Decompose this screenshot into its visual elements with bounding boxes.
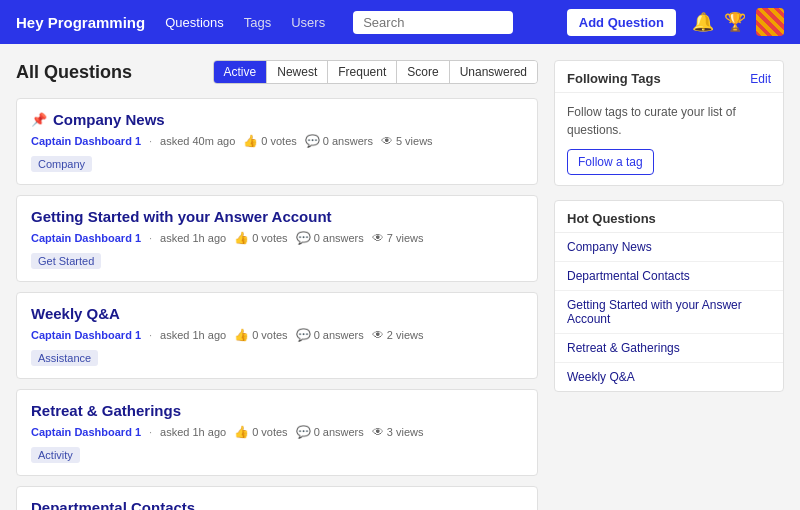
question-item: Retreat & Gatherings Captain Dashboard 1… <box>16 389 538 476</box>
nav-users[interactable]: Users <box>287 13 329 32</box>
sidebar: Following Tags Edit Follow tags to curat… <box>554 60 784 510</box>
eye-icon: 👁 <box>381 134 393 148</box>
question-title[interactable]: Getting Started with your Answer Account <box>31 208 523 225</box>
following-tags-card: Following Tags Edit Follow tags to curat… <box>554 60 784 186</box>
comment-icon: 💬 <box>296 328 311 342</box>
question-title[interactable]: 📌 Company News <box>31 111 523 128</box>
user-avatar[interactable] <box>756 8 784 36</box>
comment-icon: 💬 <box>305 134 320 148</box>
meta-views: 👁 7 views <box>372 231 424 245</box>
meta-answers: 💬 0 answers <box>296 425 364 439</box>
hot-question-item[interactable]: Company News <box>555 233 783 262</box>
following-tags-title: Following Tags <box>567 71 661 86</box>
hot-questions-card: Hot Questions Company NewsDepartmental C… <box>554 200 784 392</box>
meta-answers: 💬 0 answers <box>296 231 364 245</box>
filter-tabs: Active Newest Frequent Score Unanswered <box>213 60 538 84</box>
question-item: 📌 Company News Captain Dashboard 1 · ask… <box>16 98 538 185</box>
question-meta: Captain Dashboard 1 · asked 1h ago 👍 0 v… <box>31 425 523 439</box>
eye-icon: 👁 <box>372 425 384 439</box>
question-item: Departmental Contacts Captain Dashboard … <box>16 486 538 510</box>
meta-views: 👁 3 views <box>372 425 424 439</box>
meta-author[interactable]: Captain Dashboard 1 <box>31 232 141 244</box>
meta-votes: 👍 0 votes <box>234 328 287 342</box>
trophy-icon[interactable]: 🏆 <box>724 11 746 33</box>
meta-sep: · <box>149 329 152 341</box>
question-tag[interactable]: Company <box>31 156 92 172</box>
hot-questions-list: Company NewsDepartmental ContactsGetting… <box>555 233 783 391</box>
thumbs-up-icon: 👍 <box>234 231 249 245</box>
hot-question-item[interactable]: Weekly Q&A <box>555 363 783 391</box>
meta-votes: 👍 0 votes <box>234 425 287 439</box>
add-question-button[interactable]: Add Question <box>567 9 676 36</box>
question-tag[interactable]: Assistance <box>31 350 98 366</box>
questions-list: 📌 Company News Captain Dashboard 1 · ask… <box>16 98 538 510</box>
meta-author[interactable]: Captain Dashboard 1 <box>31 426 141 438</box>
bell-icon[interactable]: 🔔 <box>692 11 714 33</box>
navbar: Hey Programming Questions Tags Users Add… <box>0 0 800 44</box>
question-title[interactable]: Weekly Q&A <box>31 305 523 322</box>
thumbs-up-icon: 👍 <box>234 328 249 342</box>
following-tags-header: Following Tags Edit <box>555 61 783 93</box>
brand-logo: Hey Programming <box>16 14 145 31</box>
comment-icon: 💬 <box>296 231 311 245</box>
meta-views: 👁 2 views <box>372 328 424 342</box>
meta-time: asked 1h ago <box>160 426 226 438</box>
meta-sep: · <box>149 135 152 147</box>
navbar-links: Questions Tags Users <box>161 13 329 32</box>
tab-unanswered[interactable]: Unanswered <box>450 61 537 83</box>
meta-author[interactable]: Captain Dashboard 1 <box>31 329 141 341</box>
question-meta: Captain Dashboard 1 · asked 40m ago 👍 0 … <box>31 134 523 148</box>
nav-questions[interactable]: Questions <box>161 13 228 32</box>
meta-time: asked 40m ago <box>160 135 235 147</box>
page-title: All Questions <box>16 62 132 83</box>
following-tags-body: Follow tags to curate your list of quest… <box>555 93 783 185</box>
question-title[interactable]: Departmental Contacts <box>31 499 523 510</box>
meta-answers: 💬 0 answers <box>296 328 364 342</box>
hot-question-item[interactable]: Getting Started with your Answer Account <box>555 291 783 334</box>
meta-sep: · <box>149 232 152 244</box>
tab-active[interactable]: Active <box>214 61 268 83</box>
follow-tag-button[interactable]: Follow a tag <box>567 149 654 175</box>
search-input[interactable] <box>353 11 513 34</box>
meta-answers: 💬 0 answers <box>305 134 373 148</box>
all-questions-header: All Questions Active Newest Frequent Sco… <box>16 60 538 84</box>
meta-time: asked 1h ago <box>160 329 226 341</box>
question-item: Getting Started with your Answer Account… <box>16 195 538 282</box>
meta-sep: · <box>149 426 152 438</box>
tab-frequent[interactable]: Frequent <box>328 61 397 83</box>
question-meta: Captain Dashboard 1 · asked 1h ago 👍 0 v… <box>31 328 523 342</box>
nav-tags[interactable]: Tags <box>240 13 275 32</box>
question-title[interactable]: Retreat & Gatherings <box>31 402 523 419</box>
navbar-icon-group: 🔔 🏆 <box>692 8 784 36</box>
search-container <box>353 11 513 34</box>
thumbs-up-icon: 👍 <box>243 134 258 148</box>
question-meta: Captain Dashboard 1 · asked 1h ago 👍 0 v… <box>31 231 523 245</box>
tab-newest[interactable]: Newest <box>267 61 328 83</box>
following-tags-edit[interactable]: Edit <box>750 72 771 86</box>
eye-icon: 👁 <box>372 231 384 245</box>
questions-column: All Questions Active Newest Frequent Sco… <box>16 60 538 510</box>
meta-views: 👁 5 views <box>381 134 433 148</box>
meta-votes: 👍 0 votes <box>243 134 296 148</box>
thumbs-up-icon: 👍 <box>234 425 249 439</box>
page-body: All Questions Active Newest Frequent Sco… <box>0 44 800 510</box>
hot-question-item[interactable]: Retreat & Gatherings <box>555 334 783 363</box>
pin-icon: 📌 <box>31 112 47 127</box>
hot-question-item[interactable]: Departmental Contacts <box>555 262 783 291</box>
follow-tags-description: Follow tags to curate your list of quest… <box>567 103 771 139</box>
question-tag[interactable]: Get Started <box>31 253 101 269</box>
meta-author[interactable]: Captain Dashboard 1 <box>31 135 141 147</box>
question-tag[interactable]: Activity <box>31 447 80 463</box>
tab-score[interactable]: Score <box>397 61 449 83</box>
meta-time: asked 1h ago <box>160 232 226 244</box>
question-item: Weekly Q&A Captain Dashboard 1 · asked 1… <box>16 292 538 379</box>
hot-questions-title: Hot Questions <box>567 211 656 226</box>
meta-votes: 👍 0 votes <box>234 231 287 245</box>
comment-icon: 💬 <box>296 425 311 439</box>
hot-questions-header: Hot Questions <box>555 201 783 233</box>
eye-icon: 👁 <box>372 328 384 342</box>
